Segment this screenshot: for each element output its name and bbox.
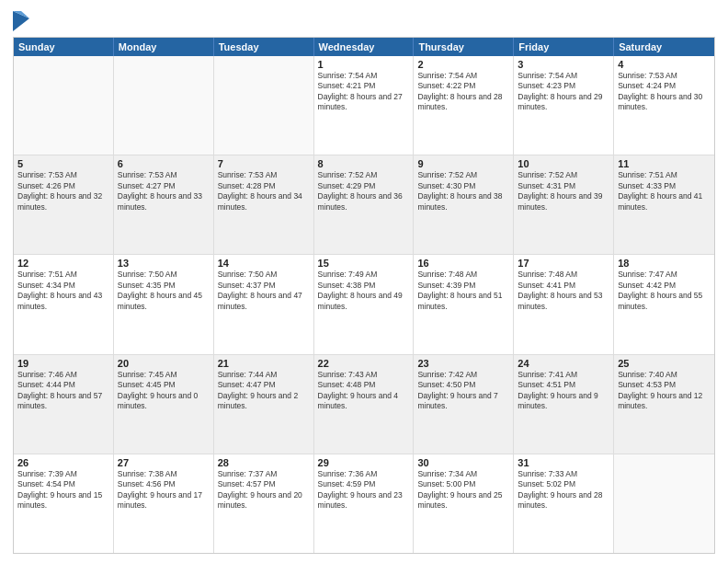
day-number: 25 <box>618 358 711 369</box>
cell-text: Sunrise: 7:54 AM Sunset: 4:22 PM Dayligh… <box>417 71 509 113</box>
day-number: 5 <box>17 158 109 169</box>
day-number: 20 <box>118 358 210 369</box>
calendar-cell <box>114 56 214 155</box>
cell-text: Sunrise: 7:52 AM Sunset: 4:29 PM Dayligh… <box>318 170 410 213</box>
cell-text: Sunrise: 7:44 AM Sunset: 4:47 PM Dayligh… <box>218 370 310 412</box>
day-number: 11 <box>618 158 711 169</box>
day-number: 4 <box>618 59 711 70</box>
calendar-week: 5Sunrise: 7:53 AM Sunset: 4:26 PM Daylig… <box>14 155 714 255</box>
cell-text: Sunrise: 7:54 AM Sunset: 4:21 PM Dayligh… <box>318 71 410 113</box>
calendar-week: 26Sunrise: 7:39 AM Sunset: 4:54 PM Dayli… <box>14 454 714 553</box>
day-number: 29 <box>318 457 410 468</box>
calendar-cell: 3Sunrise: 7:54 AM Sunset: 4:23 PM Daylig… <box>514 56 614 155</box>
cell-text: Sunrise: 7:53 AM Sunset: 4:28 PM Dayligh… <box>218 170 310 213</box>
cell-text: Sunrise: 7:53 AM Sunset: 4:26 PM Dayligh… <box>17 170 109 213</box>
day-number: 24 <box>518 358 609 369</box>
cell-text: Sunrise: 7:42 AM Sunset: 4:50 PM Dayligh… <box>417 370 509 412</box>
day-number: 1 <box>318 59 410 70</box>
cell-text: Sunrise: 7:48 AM Sunset: 4:39 PM Dayligh… <box>417 270 509 312</box>
calendar-cell: 24Sunrise: 7:41 AM Sunset: 4:51 PM Dayli… <box>514 355 614 454</box>
day-number: 9 <box>417 158 509 169</box>
calendar-cell: 19Sunrise: 7:46 AM Sunset: 4:44 PM Dayli… <box>14 355 114 454</box>
calendar-cell: 26Sunrise: 7:39 AM Sunset: 4:54 PM Dayli… <box>14 454 114 553</box>
day-number: 8 <box>318 158 410 169</box>
calendar-cell <box>14 56 114 155</box>
calendar-cell: 6Sunrise: 7:53 AM Sunset: 4:27 PM Daylig… <box>114 155 214 254</box>
calendar-cell: 25Sunrise: 7:40 AM Sunset: 4:53 PM Dayli… <box>614 355 714 454</box>
calendar-cell: 27Sunrise: 7:38 AM Sunset: 4:56 PM Dayli… <box>114 454 214 553</box>
day-number: 23 <box>417 358 509 369</box>
cell-text: Sunrise: 7:53 AM Sunset: 4:27 PM Dayligh… <box>118 170 210 213</box>
calendar-cell: 8Sunrise: 7:52 AM Sunset: 4:29 PM Daylig… <box>314 155 415 254</box>
calendar-week: 19Sunrise: 7:46 AM Sunset: 4:44 PM Dayli… <box>14 355 714 454</box>
day-number: 13 <box>118 258 210 269</box>
day-number: 28 <box>218 457 310 468</box>
day-number: 6 <box>118 158 210 169</box>
day-number: 10 <box>518 158 609 169</box>
calendar-cell: 12Sunrise: 7:51 AM Sunset: 4:34 PM Dayli… <box>14 255 114 353</box>
calendar-cell: 10Sunrise: 7:52 AM Sunset: 4:31 PM Dayli… <box>514 155 614 254</box>
calendar: SundayMondayTuesdayWednesdayThursdayFrid… <box>13 37 715 554</box>
calendar-header: SundayMondayTuesdayWednesdayThursdayFrid… <box>14 38 714 56</box>
day-number: 26 <box>17 457 109 468</box>
logo <box>13 11 31 31</box>
calendar-cell: 20Sunrise: 7:45 AM Sunset: 4:45 PM Dayli… <box>114 355 214 454</box>
calendar-header-cell: Monday <box>114 38 214 56</box>
cell-text: Sunrise: 7:38 AM Sunset: 4:56 PM Dayligh… <box>118 469 210 511</box>
cell-text: Sunrise: 7:40 AM Sunset: 4:53 PM Dayligh… <box>618 370 711 412</box>
calendar-cell: 29Sunrise: 7:36 AM Sunset: 4:59 PM Dayli… <box>314 454 415 553</box>
cell-text: Sunrise: 7:49 AM Sunset: 4:38 PM Dayligh… <box>318 270 410 312</box>
calendar-cell: 2Sunrise: 7:54 AM Sunset: 4:22 PM Daylig… <box>414 56 514 155</box>
cell-text: Sunrise: 7:37 AM Sunset: 4:57 PM Dayligh… <box>218 469 310 511</box>
calendar-week: 1Sunrise: 7:54 AM Sunset: 4:21 PM Daylig… <box>14 56 714 155</box>
day-number: 17 <box>518 258 609 269</box>
calendar-cell: 13Sunrise: 7:50 AM Sunset: 4:35 PM Dayli… <box>114 255 214 353</box>
calendar-header-cell: Thursday <box>414 38 514 56</box>
cell-text: Sunrise: 7:47 AM Sunset: 4:42 PM Dayligh… <box>618 270 711 312</box>
calendar-cell: 1Sunrise: 7:54 AM Sunset: 4:21 PM Daylig… <box>314 56 415 155</box>
day-number: 12 <box>17 258 109 269</box>
logo-icon <box>13 11 29 31</box>
day-number: 2 <box>417 59 509 70</box>
calendar-cell: 28Sunrise: 7:37 AM Sunset: 4:57 PM Dayli… <box>214 454 314 553</box>
cell-text: Sunrise: 7:52 AM Sunset: 4:31 PM Dayligh… <box>518 170 609 213</box>
cell-text: Sunrise: 7:46 AM Sunset: 4:44 PM Dayligh… <box>17 370 109 412</box>
calendar-cell <box>214 56 314 155</box>
cell-text: Sunrise: 7:41 AM Sunset: 4:51 PM Dayligh… <box>518 370 609 412</box>
calendar-cell: 5Sunrise: 7:53 AM Sunset: 4:26 PM Daylig… <box>14 155 114 254</box>
cell-text: Sunrise: 7:51 AM Sunset: 4:34 PM Dayligh… <box>17 270 109 312</box>
calendar-cell: 16Sunrise: 7:48 AM Sunset: 4:39 PM Dayli… <box>414 255 514 353</box>
cell-text: Sunrise: 7:51 AM Sunset: 4:33 PM Dayligh… <box>618 170 711 213</box>
calendar-cell: 30Sunrise: 7:34 AM Sunset: 5:00 PM Dayli… <box>414 454 514 553</box>
calendar-cell: 21Sunrise: 7:44 AM Sunset: 4:47 PM Dayli… <box>214 355 314 454</box>
day-number: 7 <box>218 158 310 169</box>
day-number: 31 <box>518 457 609 468</box>
day-number: 3 <box>518 59 609 70</box>
cell-text: Sunrise: 7:48 AM Sunset: 4:41 PM Dayligh… <box>518 270 609 312</box>
calendar-week: 12Sunrise: 7:51 AM Sunset: 4:34 PM Dayli… <box>14 255 714 354</box>
cell-text: Sunrise: 7:50 AM Sunset: 4:35 PM Dayligh… <box>118 270 210 312</box>
calendar-header-cell: Saturday <box>614 38 714 56</box>
calendar-cell: 17Sunrise: 7:48 AM Sunset: 4:41 PM Dayli… <box>514 255 614 353</box>
calendar-header-cell: Tuesday <box>214 38 314 56</box>
cell-text: Sunrise: 7:33 AM Sunset: 5:02 PM Dayligh… <box>518 469 609 511</box>
cell-text: Sunrise: 7:36 AM Sunset: 4:59 PM Dayligh… <box>318 469 410 511</box>
cell-text: Sunrise: 7:45 AM Sunset: 4:45 PM Dayligh… <box>118 370 210 412</box>
calendar-cell: 15Sunrise: 7:49 AM Sunset: 4:38 PM Dayli… <box>314 255 415 353</box>
cell-text: Sunrise: 7:50 AM Sunset: 4:37 PM Dayligh… <box>218 270 310 312</box>
day-number: 16 <box>417 258 509 269</box>
calendar-cell: 14Sunrise: 7:50 AM Sunset: 4:37 PM Dayli… <box>214 255 314 353</box>
day-number: 22 <box>318 358 410 369</box>
calendar-header-cell: Sunday <box>14 38 114 56</box>
day-number: 30 <box>417 457 509 468</box>
cell-text: Sunrise: 7:34 AM Sunset: 5:00 PM Dayligh… <box>417 469 509 511</box>
day-number: 15 <box>318 258 410 269</box>
calendar-header-cell: Wednesday <box>314 38 415 56</box>
calendar-cell: 18Sunrise: 7:47 AM Sunset: 4:42 PM Dayli… <box>614 255 714 353</box>
day-number: 18 <box>618 258 711 269</box>
day-number: 14 <box>218 258 310 269</box>
page: SundayMondayTuesdayWednesdayThursdayFrid… <box>0 0 728 563</box>
cell-text: Sunrise: 7:39 AM Sunset: 4:54 PM Dayligh… <box>17 469 109 511</box>
cell-text: Sunrise: 7:43 AM Sunset: 4:48 PM Dayligh… <box>318 370 410 412</box>
calendar-cell: 11Sunrise: 7:51 AM Sunset: 4:33 PM Dayli… <box>614 155 714 254</box>
